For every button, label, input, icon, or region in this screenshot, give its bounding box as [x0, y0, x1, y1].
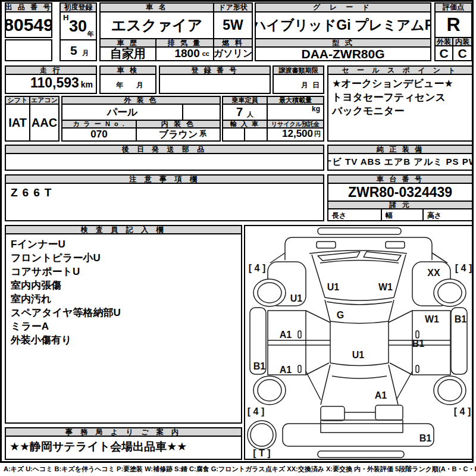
inspector-note: 室内汚れ	[11, 292, 236, 306]
grade-value: ハイブリッドGi プレミアムP	[256, 12, 430, 39]
inspector-note: スペアタイヤ等格納部U	[11, 306, 236, 320]
legend-text: A:キズ U:ヘコミ B:キズを伴うヘコミ P:要塗装 W:補修跡 S:錆 C:…	[4, 465, 474, 474]
transfer-deadline-label: 譲渡書類期限	[274, 67, 323, 75]
damage-code: XX	[427, 268, 440, 278]
grade-box: グ レ ー ド ハイブリッドGi プレミアムP 型 式 DAA-ZWR80G	[255, 2, 431, 61]
registration-month: 5	[70, 43, 77, 58]
capacity-value: 7 人	[223, 105, 268, 121]
later-parts-box: 後 日 発 送 部 品	[5, 145, 324, 171]
history-label: 車 歴	[101, 39, 156, 48]
damage-code: B1	[412, 339, 424, 349]
transfer-deadline-value: 月 日	[274, 75, 323, 93]
chassis-number: ZWR80-0324439	[328, 184, 472, 202]
displacement-unit: cc	[202, 50, 209, 57]
capacity-load-box: 乗車定員 最大積載量 7 人 kg 輸 入 車 リサイクル預託金 12,500 …	[222, 96, 324, 142]
car-diagram-panel: [ 4 ][ 4 ]XXU1U1W1GA1W1B1B1U1B1A1A1[ 4 ]…	[244, 225, 473, 460]
damage-code: A1	[280, 330, 292, 340]
mileage-label: 走 行	[6, 67, 96, 75]
inspection-month-suffix: 月	[136, 80, 143, 90]
inspector-notes-box: 検 査 員 記 入 欄 FインナーU フロントピラー小U コアサポートU 室内内…	[5, 225, 242, 424]
damage-code: A1	[280, 365, 292, 375]
inspector-note: ミラーA	[11, 320, 236, 333]
auction-sheet: { "header": { "lot_label": "出 品 番 号", "l…	[0, 0, 476, 476]
later-parts-label: 後 日 発 送 部 品	[6, 146, 323, 154]
displacement-number: 1800	[174, 48, 199, 60]
inspection-box: 車 検 年 月	[99, 65, 156, 94]
year-suffix: 年	[87, 30, 94, 39]
ac-value: AAC	[30, 105, 58, 140]
transfer-deadline-box: 譲渡書類期限 月 日	[273, 65, 324, 94]
era-code: H	[63, 13, 68, 22]
later-parts-value	[6, 154, 323, 170]
height-label: 高さ	[424, 209, 472, 220]
color-number-value: 070	[62, 129, 137, 140]
displacement-value: 1800 cc	[156, 48, 214, 60]
damage-code-layer: [ 4 ][ 4 ]XXU1U1W1GA1W1B1B1U1B1A1A1[ 4 ]…	[245, 226, 472, 459]
inspection-label: 車 検	[101, 67, 155, 75]
exterior-label: 外装	[436, 38, 453, 46]
max-load-value: kg	[268, 105, 323, 121]
damage-code: [ T ]	[253, 448, 270, 459]
mileage-box: 走 行 110,593 km	[5, 65, 97, 94]
first-registration-label: 初度登録	[61, 4, 96, 12]
car-name-box: 車 名 ドア形状 エスクァイア 5W 車 歴 排 気 量 燃 料 自家用 180…	[99, 2, 253, 61]
car-name-value: エスクァイア	[101, 12, 214, 39]
interior-color-value: ブラウン 系	[137, 129, 220, 140]
length-label: 長さ	[328, 209, 382, 220]
lot-number-box: 出 品 番 号 80549	[5, 2, 52, 38]
ac-label: エアコン	[30, 97, 58, 105]
damage-code: [ 4 ]	[455, 263, 472, 274]
damage-code: B1	[419, 433, 431, 444]
displacement-label: 排 気 量	[156, 39, 214, 48]
capacity-number: 7	[236, 105, 243, 119]
score-value: R	[436, 12, 471, 38]
mileage-value: 110,593 km	[6, 75, 96, 93]
color-number-label: カ ラ ー N o .	[62, 121, 137, 129]
office-notice-box: 事 務 局 よ り ご 案 内 ★★静岡サテライト会場出品車★★	[5, 427, 242, 460]
notes-box: 注 意 事 項 欄 Z66T	[5, 174, 324, 221]
capacity-label: 乗車定員	[223, 97, 268, 105]
inspector-note: 外装小傷有り	[11, 333, 236, 347]
damage-code: [ 4 ]	[248, 406, 264, 417]
chassis-label: 車 台 番 号	[328, 176, 472, 184]
damage-code: U1	[352, 350, 364, 361]
mileage-number: 110,593	[30, 75, 79, 91]
damage-code: W1	[425, 314, 439, 325]
history-value: 自家用	[101, 48, 156, 60]
fuel-value: ガソリン	[214, 48, 252, 60]
inspector-note: FインナーU	[11, 237, 236, 251]
mileage-unit: km	[81, 80, 93, 89]
first-registration-year-cell: H 30 年	[61, 12, 96, 40]
exterior-color-value: パール	[62, 105, 183, 121]
office-notice-message: ★★静岡サテライト会場出品車★★	[6, 437, 241, 459]
sales-point: トヨタセーフティセンス	[332, 90, 468, 104]
registration-number-value	[160, 75, 270, 93]
inspector-note: 室内内張傷	[11, 278, 236, 292]
damage-code: A1	[375, 390, 387, 401]
max-load-unit: kg	[312, 105, 320, 113]
shift-label: シフト	[6, 97, 30, 105]
sales-points-box: セ ー ル ス ポ イ ン ト ★オークションデビュー★ トヨタセーフティセンス…	[327, 65, 473, 142]
inspection-value: 年 月	[101, 75, 155, 93]
shift-ac-box: シフト エアコン IAT AAC	[5, 96, 60, 142]
damage-code: [ 4 ]	[454, 406, 471, 417]
exterior-color-box: 外 装 色 パール カ ラ ー N o . 内 装 色 070 ブラウン 系	[61, 96, 221, 142]
damage-code: W1	[378, 282, 393, 293]
notes-value: Z66T	[6, 184, 323, 220]
interior-color-suffix: 系	[199, 129, 206, 139]
inspector-note: フロントピラー小U	[11, 251, 236, 265]
interior-color-label: 内 装 色	[137, 121, 220, 129]
damage-code: U1	[327, 282, 339, 293]
capacity-unit: 人	[247, 110, 253, 119]
door-shape-label: ドア形状	[214, 4, 252, 12]
shift-value: IAT	[6, 105, 30, 140]
month-suffix: 月	[82, 49, 89, 58]
model-code-label: 型 式	[256, 39, 430, 48]
exterior-score: C	[436, 46, 453, 60]
sales-point: バックモニター	[332, 104, 468, 118]
inspector-note: コアサポートU	[11, 265, 236, 278]
lot-empty-box	[5, 39, 52, 61]
fuel-label: 燃 料	[214, 39, 252, 48]
max-load-label: 最大積載量	[268, 97, 323, 105]
damage-code: U1	[290, 293, 302, 304]
